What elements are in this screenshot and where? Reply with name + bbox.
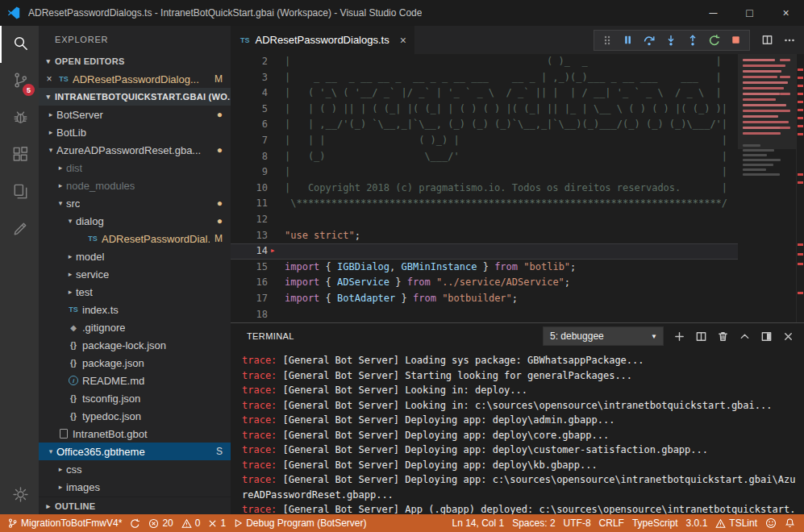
split-editor-button[interactable] — [761, 34, 773, 46]
code-line-4[interactable]: 4| ( '_\ ( '__/ _` |/ _` | '_ ` _ \ / _`… — [231, 85, 738, 102]
close-tab-icon[interactable]: × — [400, 34, 406, 47]
new-terminal-button[interactable] — [673, 330, 685, 343]
activity-files-button[interactable] — [0, 174, 39, 211]
activity-settings-button[interactable] — [0, 477, 39, 514]
tree-folder-botserver[interactable]: ▸BotServer● — [39, 106, 231, 123]
activity-edit-button[interactable] — [0, 211, 39, 248]
status-language[interactable]: TypeScript — [628, 514, 682, 532]
code-line-3[interactable]: 3| _ __ _ __ __ _ __ _ _ __ ___ __ _ | ,… — [231, 70, 738, 86]
code-line-10[interactable]: 10| Copyright 2018 (c) pragmatismo.io. T… — [231, 181, 738, 197]
tree-folder-css[interactable]: ▸css — [39, 460, 231, 478]
close-panel-button[interactable] — [782, 330, 794, 343]
code-line-18[interactable]: 18 — [231, 307, 738, 323]
status-encoding[interactable]: UTF-8 — [560, 514, 595, 532]
code-line-9[interactable]: 9| | — [231, 164, 738, 181]
code-line-16[interactable]: 16import { ADService } from "../service/… — [231, 275, 738, 291]
error-mark — [798, 263, 803, 265]
debug-step-over-button[interactable] — [643, 34, 656, 47]
tree-file-index-ts[interactable]: TSindex.ts — [39, 301, 231, 318]
kill-terminal-button[interactable] — [717, 330, 729, 343]
code-line-5[interactable]: 5| | ( ) || | ( (_| |( (_| | ( ) ( ) |( … — [231, 102, 738, 118]
code-line-12[interactable]: 12 — [231, 212, 738, 228]
tree-folder-service[interactable]: ▸service — [39, 265, 231, 283]
tree-folder-test[interactable]: ▸test — [39, 283, 231, 301]
activity-debug-button[interactable] — [0, 100, 39, 137]
tree-file-readme-md[interactable]: iREADME.md — [39, 372, 231, 389]
tree-folder-dialog[interactable]: ▾dialog● — [39, 212, 231, 230]
tab-terminal[interactable]: TERMINAL — [247, 331, 294, 341]
tree-folder-images[interactable]: ▸images — [39, 478, 231, 496]
activity-search-button[interactable] — [0, 26, 39, 63]
tree-file-gitignore[interactable]: ◆.gitignore — [39, 318, 231, 336]
line-number: 5 — [231, 102, 268, 118]
status-errors[interactable]: 20 — [144, 514, 177, 532]
terminal-line-text: [General Bot Server] Deploying app: depl… — [277, 444, 708, 455]
tree-folder-azureadpasswordreset-gba[interactable]: ▾AzureADPasswordReset.gba...● — [39, 141, 231, 159]
status-tslint[interactable]: TSLint — [711, 514, 761, 532]
code-line-7[interactable]: 7| | | ( )_) | | — [231, 133, 738, 149]
code-line-2[interactable]: 2| ( )_ _ | — [231, 54, 738, 70]
status-version[interactable]: 3.0.1 — [682, 514, 712, 532]
tree-file-tsconfig-json[interactable]: {}tsconfig.json — [39, 389, 231, 407]
tree-folder-botlib[interactable]: ▸BotLib — [39, 123, 231, 141]
workspace-header[interactable]: ▾ INTRANETBOTQUICKSTART.GBAI (WO... — [39, 88, 231, 106]
debug-pause-button[interactable] — [622, 34, 634, 46]
panel-position-button[interactable] — [760, 330, 773, 343]
tree-file-package-lock-json[interactable]: {}package-lock.json — [39, 336, 231, 354]
terminal-line: trace: [General Bot Server] Looking in: … — [242, 398, 798, 414]
status-sync[interactable] — [126, 514, 144, 532]
tree-file-adresetpassworddial[interactable]: TSADResetPasswordDial...M — [39, 230, 231, 247]
activity-extensions-button[interactable] — [0, 137, 39, 174]
tree-item-label: BotServer — [56, 109, 103, 121]
maximize-button[interactable]: □ — [731, 0, 768, 26]
status-line-col[interactable]: Ln 14, Col 1 — [448, 514, 508, 532]
status-feedback[interactable] — [761, 514, 781, 532]
minimize-button[interactable]: ─ — [695, 0, 731, 26]
more-button[interactable] — [783, 34, 796, 47]
code-area[interactable]: 2| ( )_ _ |3| _ __ _ __ __ _ __ _ _ __ _… — [231, 54, 738, 322]
tree-file-intranetbot-gbot[interactable]: IntranetBot.gbot — [39, 425, 231, 443]
minimap[interactable] — [738, 54, 796, 322]
tree-folder-model[interactable]: ▸model — [39, 247, 231, 265]
status-notifications[interactable] — [781, 514, 799, 532]
tree-folder-dist[interactable]: ▸dist — [39, 159, 231, 177]
debug-step-into-button[interactable] — [664, 34, 677, 47]
tree-folder-office365-gbtheme[interactable]: ▾Office365.gbthemeS — [39, 443, 231, 460]
activity-source-control-button[interactable]: 5 — [0, 63, 39, 100]
code-line-6[interactable]: 6| | ,__/'(_) `\__,_|`\__, (_) (_) (_)`\… — [231, 117, 738, 133]
close-button[interactable]: × — [768, 0, 804, 26]
status-debug-program[interactable]: Debug Program (BotServer) — [230, 514, 370, 532]
code-line-13[interactable]: 13"use strict"; — [231, 228, 738, 244]
tab-adresetpassworddialogs[interactable]: TS ADResetPasswordDialogs.ts × — [231, 26, 414, 54]
status-indentation[interactable]: Spaces: 2 — [508, 514, 559, 532]
code-line-14[interactable]: 14▶ — [231, 243, 738, 260]
line-number: 9 — [231, 164, 268, 181]
maximize-panel-button[interactable] — [739, 330, 751, 343]
editor[interactable]: 2| ( )_ _ |3| _ __ _ __ __ _ __ _ _ __ _… — [231, 54, 804, 322]
status-eol[interactable]: CRLF — [595, 514, 628, 532]
outline-header[interactable]: ▸ OUTLINE — [39, 497, 231, 514]
minimap-line — [780, 76, 790, 78]
code-line-15[interactable]: 15import { IGBDialog, GBMinInstance } fr… — [231, 260, 738, 276]
drag-handle[interactable] — [602, 34, 613, 47]
open-editor-adresetpassworddialog[interactable]: ×TSADResetPasswordDialog...M — [39, 70, 231, 88]
code-line-17[interactable]: 17import { BotAdapter } from "botbuilder… — [231, 291, 738, 307]
close-editor-icon[interactable]: × — [42, 73, 56, 85]
open-editors-header[interactable]: ▾ OPEN EDITORS — [39, 52, 231, 70]
debug-step-out-button[interactable] — [686, 34, 699, 47]
status-branch[interactable]: MigrationToBotFmwV4* — [3, 514, 126, 532]
tree-file-typedoc-json[interactable]: {}typedoc.json — [39, 407, 231, 425]
debug-stop-button[interactable] — [730, 34, 742, 46]
status-warnings[interactable]: 0 — [177, 514, 205, 532]
split-terminal-button[interactable] — [695, 330, 707, 343]
debug-restart-button[interactable] — [708, 34, 721, 47]
tree-folder-node-modules[interactable]: ▸node_modules — [39, 177, 231, 194]
terminal-output[interactable]: trace: [General Bot Server] Loading sys … — [231, 349, 804, 514]
code-line-8[interactable]: 8| (_) \___/' | — [231, 149, 738, 165]
minimap-slider[interactable] — [738, 54, 796, 149]
tree-file-package-json[interactable]: {}package.json — [39, 354, 231, 372]
tree-folder-src[interactable]: ▾src● — [39, 194, 231, 212]
terminal-selector[interactable]: 5: debuggee ▼ — [543, 326, 664, 346]
status-fails[interactable]: 1 — [204, 514, 230, 532]
code-line-11[interactable]: 11 \************************************… — [231, 196, 738, 212]
